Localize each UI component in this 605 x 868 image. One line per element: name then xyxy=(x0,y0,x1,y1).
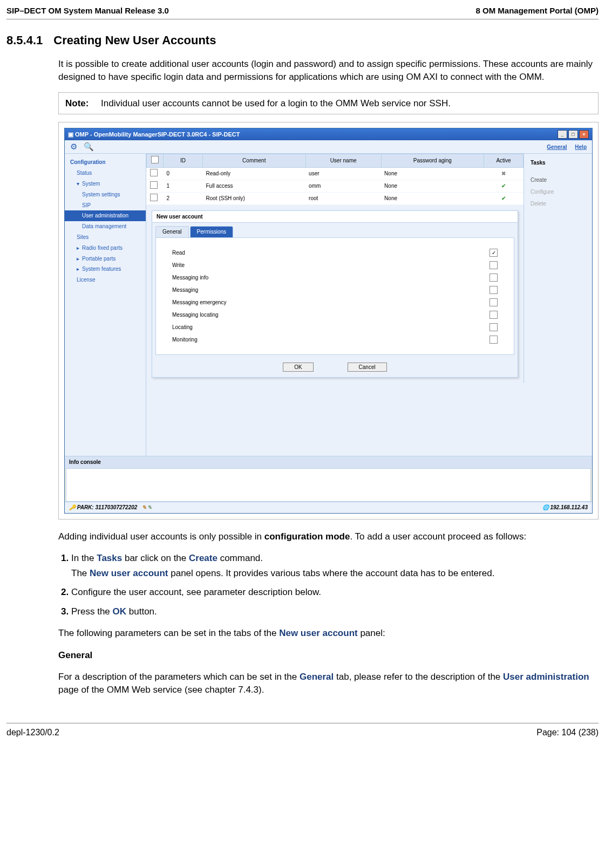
checkbox[interactable] xyxy=(490,286,498,294)
table-row[interactable]: 0Read-onlyuserNone✖ xyxy=(147,168,524,180)
status-park: 🔑 PARK: 31170307272202 ✎ ✎ xyxy=(69,504,152,511)
perm-read: Read✓ xyxy=(172,249,498,257)
pencil-icon[interactable]: ✎ xyxy=(142,504,146,510)
checkbox[interactable]: ✓ xyxy=(490,249,498,257)
window-controls[interactable]: _□× xyxy=(556,130,589,139)
menu-help[interactable]: Help xyxy=(575,144,587,150)
section-heading: 8.5.4.1Creating New User Accounts xyxy=(6,32,599,49)
checkbox[interactable] xyxy=(490,298,498,306)
checkbox[interactable] xyxy=(490,261,498,269)
tab-general[interactable]: General xyxy=(155,226,189,237)
col-active[interactable]: Active xyxy=(484,154,524,168)
nav-license[interactable]: License xyxy=(65,275,146,285)
tasks-header: Tasks xyxy=(528,157,588,169)
note-label: Note: xyxy=(65,97,101,110)
col-password-aging[interactable]: Password aging xyxy=(381,154,484,168)
step-3: Press the OK button. xyxy=(71,605,599,618)
info-console-body xyxy=(66,468,591,502)
nav-system[interactable]: ▾System xyxy=(65,179,146,189)
task-create[interactable]: Create xyxy=(528,174,588,186)
perm-messaging: Messaging xyxy=(172,286,498,294)
pencil2-icon[interactable]: ✎ xyxy=(147,504,152,510)
row-checkbox[interactable] xyxy=(150,181,158,189)
active-icon: ✔ xyxy=(501,195,506,201)
new-user-panel: New user account General Permissions Rea… xyxy=(152,210,518,378)
note-text: Individual user accounts cannot be used … xyxy=(101,97,592,110)
subhead-general: General xyxy=(58,650,92,660)
doc-header-right: 8 OM Management Portal (OMP) xyxy=(475,5,599,17)
checkbox[interactable] xyxy=(490,274,498,282)
table-row[interactable]: 2Root (SSH only)rootNone✔ xyxy=(147,192,524,204)
checkbox[interactable] xyxy=(490,311,498,319)
doc-header-left: SIP–DECT OM System Manual Release 3.0 xyxy=(6,5,169,17)
para-general-desc: For a description of the parameters whic… xyxy=(58,671,599,696)
perm-messaging-info: Messaging info xyxy=(172,274,498,282)
screenshot-frame: ▣ OMP - OpenMobility ManagerSIP-DECT 3.0… xyxy=(58,122,599,520)
nav-status[interactable]: Status xyxy=(65,168,146,179)
tasks-panel: Tasks Create Configure Delete xyxy=(524,154,592,383)
para-followup: The following parameters can be set in t… xyxy=(58,627,599,639)
menu-general[interactable]: General xyxy=(547,144,567,150)
row-checkbox[interactable] xyxy=(150,194,158,201)
tab-permissions[interactable]: Permissions xyxy=(190,226,233,237)
row-checkbox[interactable] xyxy=(150,169,158,176)
step-1: In the Tasks bar click on the Create com… xyxy=(71,552,599,579)
nav-system-settings[interactable]: System settings xyxy=(65,189,146,200)
intro-paragraph: It is possible to create additional user… xyxy=(58,58,599,83)
task-configure[interactable]: Configure xyxy=(528,186,588,198)
para-config-mode: Adding individual user accounts is only … xyxy=(58,530,599,543)
footer-right: Page: 104 (238) xyxy=(536,727,599,739)
col-username[interactable]: User name xyxy=(305,154,381,168)
task-delete[interactable]: Delete xyxy=(528,198,588,210)
note-box: Note: Individual user accounts cannot be… xyxy=(58,92,599,114)
search-icon[interactable]: 🔍 xyxy=(84,142,93,152)
status-ip: 🌐 192.168.112.43 xyxy=(542,504,588,511)
nav-sip[interactable]: SIP xyxy=(65,200,146,211)
checkbox[interactable] xyxy=(490,336,498,344)
close-icon[interactable]: × xyxy=(579,130,589,139)
cancel-button[interactable]: Cancel xyxy=(348,363,387,372)
inactive-icon: ✖ xyxy=(501,170,506,176)
perm-monitoring: Monitoring xyxy=(172,336,498,344)
gear-icon[interactable]: ⚙ xyxy=(70,142,80,152)
section-title: Creating New User Accounts xyxy=(53,33,216,47)
nav-portable-parts[interactable]: ▸Portable parts xyxy=(65,254,146,264)
step-2: Configure the user account, see paramete… xyxy=(71,586,599,598)
info-console-header[interactable]: Info console xyxy=(65,456,592,468)
window-title: ▣ OMP - OpenMobility ManagerSIP-DECT 3.0… xyxy=(68,131,240,139)
nav-data-management[interactable]: Data management xyxy=(65,221,146,232)
sidebar-nav: Configuration Status ▾System System sett… xyxy=(65,154,146,456)
footer-left: depl-1230/0.2 xyxy=(6,727,59,739)
perm-locating: Locating xyxy=(172,323,498,331)
ok-button[interactable]: OK xyxy=(283,363,313,372)
active-icon: ✔ xyxy=(501,183,506,189)
nav-sites[interactable]: Sites xyxy=(65,232,146,243)
checkbox[interactable] xyxy=(490,323,498,331)
minimize-icon[interactable]: _ xyxy=(558,130,567,139)
nav-header: Configuration xyxy=(65,157,146,168)
user-table: ID Comment User name Password aging Acti… xyxy=(146,154,524,204)
nav-user-administration[interactable]: User administration xyxy=(65,210,146,221)
panel-title: New user account xyxy=(152,211,518,223)
table-row[interactable]: 1Full accessommNone✔ xyxy=(147,180,524,193)
col-comment[interactable]: Comment xyxy=(203,154,306,168)
header-checkbox[interactable] xyxy=(151,156,159,163)
maximize-icon[interactable]: □ xyxy=(568,130,578,139)
col-id[interactable]: ID xyxy=(164,154,203,168)
section-number: 8.5.4.1 xyxy=(6,32,43,49)
nav-system-features[interactable]: ▸System features xyxy=(65,264,146,275)
perm-messaging-emergency: Messaging emergency xyxy=(172,298,498,306)
nav-radio-fixed-parts[interactable]: ▸Radio fixed parts xyxy=(65,243,146,254)
omp-window: ▣ OMP - OpenMobility ManagerSIP-DECT 3.0… xyxy=(64,128,593,514)
perm-write: Write xyxy=(172,261,498,269)
perm-messaging-locating: Messaging locating xyxy=(172,311,498,319)
